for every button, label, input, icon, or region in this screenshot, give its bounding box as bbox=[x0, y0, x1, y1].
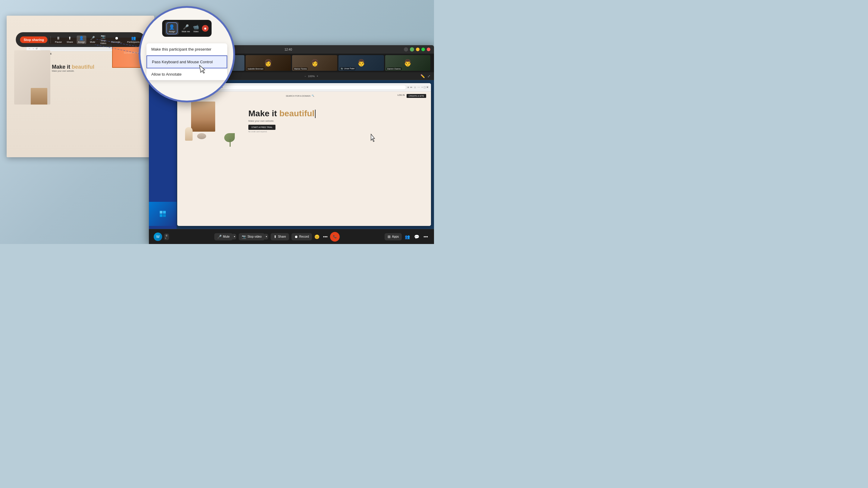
sq-login-btn[interactable]: LOG IN bbox=[398, 94, 405, 98]
sq-headline: Make it beautiful bbox=[248, 109, 426, 119]
mute-mic-icon: 🎤 bbox=[217, 235, 222, 239]
stop-video-icon: 📷 bbox=[242, 235, 246, 239]
browser-bookmark-icon[interactable]: ☆ bbox=[414, 86, 416, 89]
sq-cream-product bbox=[185, 127, 193, 141]
stop-sharing-button[interactable]: Stop sharing bbox=[20, 36, 47, 43]
screen-share-icon: 🖥 bbox=[165, 234, 168, 237]
pass-keyboard-item[interactable]: Pass Keyboard and Mouse Control bbox=[147, 56, 227, 68]
share-button-small[interactable]: ⬆ Share bbox=[65, 36, 74, 44]
mic-icon-5: 📷 bbox=[341, 67, 343, 70]
mag-video-btn[interactable]: 📹 Video bbox=[193, 24, 199, 33]
mag-mute-btn[interactable]: 🎤 Mute me bbox=[182, 24, 190, 33]
stop-video-button-small[interactable]: 📷 Stop Video bbox=[99, 34, 107, 45]
mag-record-btn[interactable]: ⏺ bbox=[202, 25, 209, 32]
mag-assign-icon: 👤 bbox=[169, 24, 175, 30]
forward-arrow-small: → bbox=[32, 47, 34, 50]
end-call-icon: 📞 bbox=[333, 235, 337, 238]
mute-button-small[interactable]: 🎤 Mute bbox=[89, 36, 96, 44]
participant-thumb-3: 👩 Isabelle Brennan bbox=[246, 55, 291, 71]
chat-icon-btn[interactable]: 💬 bbox=[413, 233, 421, 240]
webex-status-icon[interactable]: W bbox=[154, 233, 162, 241]
participant-thumb-5: 👨 📷Umar Patel bbox=[338, 55, 384, 71]
sq-create-btn[interactable]: CREATE A SITE bbox=[407, 94, 426, 98]
participant-thumb-4: 👩 Marise Torres bbox=[292, 55, 337, 71]
mute-chevron[interactable]: ▾ bbox=[233, 234, 236, 239]
more-options-button[interactable]: ••• bbox=[322, 233, 329, 240]
mag-toolbar-inner: 👤 Assign 🎤 Mute me 📹 Video bbox=[162, 20, 212, 37]
expand-icon[interactable]: ⤢ bbox=[427, 74, 430, 78]
titlebar-controls bbox=[404, 47, 430, 52]
cursor-blink bbox=[315, 110, 315, 118]
recorder-button-small[interactable]: ⏺ Recorde... bbox=[110, 36, 124, 44]
make-presenter-item[interactable]: Make this participant the presenter bbox=[147, 43, 227, 56]
face-photo-small bbox=[31, 88, 47, 104]
zoom-controls: − 100% + bbox=[304, 75, 318, 78]
mag-toolbar: 👤 Assign 🎤 Mute me 📹 Video bbox=[141, 20, 233, 37]
windows-icon bbox=[160, 211, 166, 217]
sq-trial-btn[interactable]: START A FREE TRIAL bbox=[248, 125, 276, 130]
windows-logo-area bbox=[149, 202, 177, 226]
pause-icon: ⏸ bbox=[56, 36, 60, 40]
close-button[interactable] bbox=[427, 47, 430, 51]
participants-icon-btn[interactable]: 👥 bbox=[404, 233, 411, 240]
share-icon-tb: ⬆ bbox=[274, 235, 277, 239]
make-it-text-small: Make it beautiful bbox=[52, 64, 94, 70]
more-right-btn[interactable]: ••• bbox=[422, 233, 429, 240]
participant-name-3: Isabelle Brennan bbox=[247, 67, 265, 70]
maximize-button[interactable] bbox=[421, 47, 425, 51]
browser-max-btn[interactable]: □ bbox=[424, 86, 426, 89]
participant-name-6: Darren Owens bbox=[386, 67, 402, 70]
participant-name-5: 📷Umar Patel bbox=[340, 67, 355, 70]
browser-more-icon[interactable]: ⋯ bbox=[417, 86, 420, 89]
participant-name-4: Marise Torres bbox=[293, 67, 308, 70]
emoji-button[interactable]: 😊 bbox=[313, 233, 321, 240]
assign-button-small[interactable]: 👤 Assign bbox=[76, 36, 86, 44]
sq-text-area: Make it beautiful Make your own website.… bbox=[248, 100, 426, 133]
browser-settings-icon[interactable]: ≡ bbox=[407, 86, 409, 89]
apps-icon: ⊞ bbox=[388, 235, 391, 239]
mag-assign-btn[interactable]: 👤 Assign bbox=[165, 22, 179, 35]
screen-share-selector[interactable]: 🖥 ▾ bbox=[164, 233, 169, 240]
record-button[interactable]: ⏺ Record bbox=[291, 233, 312, 240]
toolbar-left: W 🖥 ▾ bbox=[154, 233, 169, 241]
mag-recorder-icon: ⏺ bbox=[202, 25, 209, 32]
zoom-minus[interactable]: − bbox=[304, 75, 306, 78]
magnify-container: 👤 Assign 🎤 Mute me 📹 Video bbox=[133, 0, 241, 108]
refresh-small: ↺ bbox=[36, 47, 38, 50]
apps-button[interactable]: ⊞ Apps bbox=[384, 233, 402, 240]
screen-share-chevron: ▾ bbox=[165, 237, 168, 239]
sq-header-btns: LOG IN CREATE A SITE bbox=[398, 94, 426, 98]
pause-button-small[interactable]: ⏸ Pause bbox=[54, 36, 63, 44]
titlebar-time: 12:40 bbox=[284, 48, 292, 51]
magnify-circle: 👤 Assign 🎤 Mute me 📹 Video bbox=[138, 6, 235, 102]
back-arrow-small: ← bbox=[28, 47, 31, 50]
sq-subtext: Make your own website. bbox=[248, 120, 426, 122]
mute-button[interactable]: 🎤 Mute bbox=[214, 233, 233, 240]
browser-window-controls: − □ ✕ bbox=[421, 86, 429, 89]
toolbar-center: 🎤 Mute ▾ 📷 Stop video ▾ ⬆ Share ⏺ Record… bbox=[214, 232, 340, 241]
status-indicator bbox=[410, 47, 414, 52]
left-toolbar: Stop sharing ⏸ Pause ⬆ Share 👤 Assign 🎤 … bbox=[16, 32, 145, 47]
zoom-plus[interactable]: + bbox=[317, 75, 318, 78]
annotation-icon[interactable]: ✏️ bbox=[421, 74, 425, 78]
minimize-button[interactable] bbox=[416, 47, 420, 51]
product-image-small bbox=[14, 50, 50, 104]
stop-video-button[interactable]: 📷 Stop video bbox=[239, 233, 265, 240]
sq-search-icon[interactable]: 🔍 bbox=[312, 95, 314, 97]
allow-annotate-item[interactable]: Allow to Annotate bbox=[147, 68, 227, 80]
stop-video-chevron[interactable]: ▾ bbox=[265, 234, 268, 239]
share-icon: ⬆ bbox=[68, 36, 71, 40]
browser-menu-icons: ≡ ✏ ☆ ⋯ bbox=[407, 86, 420, 89]
sq-no-cc-text: No credit card required. bbox=[248, 131, 426, 133]
browser-min-btn[interactable]: − bbox=[421, 86, 423, 89]
share-button[interactable]: ⬆ Share bbox=[271, 233, 289, 240]
network-indicator bbox=[404, 47, 408, 52]
browser-edit-icon[interactable]: ✏ bbox=[410, 86, 412, 89]
record-icon: ⏺ bbox=[294, 235, 298, 239]
sq-search: SEARCH FOR A DOMAIN 🔍 bbox=[286, 95, 314, 97]
mag-dropdown-menu: Make this participant the presenter Pass… bbox=[147, 43, 227, 80]
end-call-button[interactable]: 📞 bbox=[330, 232, 340, 241]
sq-plant bbox=[224, 130, 236, 147]
browser-close-btn[interactable]: ✕ bbox=[426, 86, 429, 89]
mag-video-icon: 📹 bbox=[193, 24, 199, 30]
